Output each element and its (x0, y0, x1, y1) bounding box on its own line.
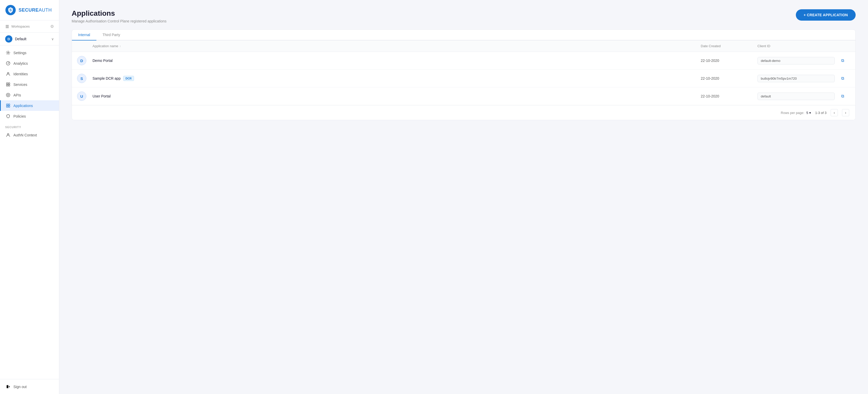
workspaces-section[interactable]: Workspaces ⚙ (0, 20, 59, 33)
svg-rect-12 (8, 85, 10, 86)
table-row[interactable]: S Sample DCR app DCR 22-10-2020 bu8ojv90… (72, 70, 856, 87)
svg-point-13 (6, 93, 10, 97)
rows-per-page-value: 5 (806, 111, 808, 115)
table-row[interactable]: D Demo Portal 22-10-2020 default-demo ⧉ (72, 52, 856, 70)
copy-icon-sample[interactable]: ⧉ (841, 76, 844, 81)
tab-third-party[interactable]: Third Party (96, 30, 126, 40)
rows-per-page-label: Rows per page: (781, 111, 804, 115)
th-copy (835, 44, 850, 48)
sidebar-item-analytics-label: Analytics (13, 61, 28, 65)
applications-table-container: Internal Third Party Application name ↑ … (72, 29, 856, 120)
sidebar-item-identities[interactable]: Identities (0, 69, 59, 79)
svg-point-14 (7, 94, 9, 96)
rows-per-page-select[interactable]: 5 ▾ (806, 111, 811, 115)
app-name-demo: Demo Portal (93, 59, 113, 63)
sidebar-item-settings-label: Settings (13, 51, 27, 55)
apis-icon (6, 93, 10, 97)
th-app-name: Application name ↑ (93, 44, 701, 48)
sidebar-item-authn-context-label: AuthN Context (13, 133, 37, 137)
main-content: Applications Manage Authorisation Contro… (59, 0, 868, 394)
copy-icon-demo[interactable]: ⧉ (841, 58, 844, 63)
secureauth-logo-icon: S (5, 5, 16, 16)
client-id-box-sample: bu8ojv90tr7m5pv1m720 (757, 75, 835, 82)
date-created-demo: 22-10-2020 (701, 59, 757, 63)
settings-icon (6, 51, 10, 55)
copy-btn-sample[interactable]: ⧉ (835, 76, 850, 81)
client-id-cell-sample: bu8ojv90tr7m5pv1m720 (757, 75, 835, 82)
svg-text:S: S (9, 8, 11, 12)
client-id-cell-user: default (757, 93, 835, 100)
sidebar-bottom: Sign out (0, 379, 59, 394)
app-name-cell-user: User Portal (93, 94, 701, 98)
page-header: Applications Manage Authorisation Contro… (72, 9, 856, 23)
th-avatar (77, 44, 93, 48)
page-title: Applications (72, 9, 166, 18)
sidebar-item-applications[interactable]: Applications (0, 100, 59, 111)
page-header-left: Applications Manage Authorisation Contro… (72, 9, 166, 23)
sidebar-item-policies[interactable]: Policies (0, 111, 59, 121)
tabs: Internal Third Party (72, 30, 856, 40)
logo-text: SECUREAUTH (19, 7, 52, 13)
app-name-user: User Portal (93, 94, 111, 98)
svg-rect-17 (6, 106, 8, 108)
create-application-button[interactable]: + CREATE APPLICATION (796, 9, 856, 21)
th-date-created: Date Created (701, 44, 757, 48)
svg-point-5 (7, 52, 9, 53)
table-header: Application name ↑ Date Created Client I… (72, 40, 856, 52)
svg-point-19 (7, 133, 9, 135)
svg-point-7 (8, 63, 8, 64)
svg-point-8 (7, 72, 9, 74)
svg-rect-4 (6, 27, 9, 28)
svg-rect-3 (6, 26, 9, 27)
svg-rect-10 (8, 83, 10, 84)
workspace-avatar: D (5, 35, 12, 42)
analytics-icon (6, 61, 10, 65)
copy-btn-user[interactable]: ⧉ (835, 94, 850, 98)
prev-page-button[interactable]: ‹ (831, 109, 838, 116)
svg-rect-16 (8, 104, 10, 105)
next-page-button[interactable]: › (842, 109, 849, 116)
applications-icon (6, 103, 10, 108)
client-id-box-user: default (757, 93, 835, 100)
tab-internal[interactable]: Internal (72, 30, 96, 40)
security-section-label: Security (0, 121, 59, 130)
services-icon (6, 82, 10, 87)
copy-icon-user[interactable]: ⧉ (841, 94, 844, 98)
sidebar-item-identities-label: Identities (13, 72, 28, 76)
svg-rect-11 (6, 85, 8, 86)
nav-section: Settings Analytics Identities (0, 46, 59, 379)
sort-icon[interactable]: ↑ (120, 44, 121, 48)
sidebar-item-apis[interactable]: APIs (0, 90, 59, 100)
sidebar-item-services[interactable]: Services (0, 79, 59, 90)
sidebar-item-analytics[interactable]: Analytics (0, 58, 59, 69)
workspace-selector[interactable]: D Default ∨ (0, 33, 59, 46)
sidebar: S SECUREAUTH Workspaces ⚙ D Default ∨ (0, 0, 59, 394)
date-created-sample: 22-10-2020 (701, 76, 757, 81)
workspace-name: Default (15, 37, 26, 41)
sidebar-item-settings[interactable]: Settings (0, 48, 59, 58)
workspaces-label-area: Workspaces (5, 25, 30, 29)
client-id-cell-demo: default-demo (757, 57, 835, 64)
chevron-down-icon: ∨ (51, 37, 54, 41)
client-id-box-demo: default-demo (757, 57, 835, 64)
app-name-cell-demo: Demo Portal (93, 59, 701, 63)
gear-icon[interactable]: ⚙ (50, 24, 54, 29)
sidebar-item-policies-label: Policies (13, 114, 26, 118)
sidebar-item-applications-label: Applications (13, 104, 33, 108)
dcr-badge: DCR (123, 76, 134, 81)
policies-icon (6, 114, 10, 118)
signout-button[interactable]: Sign out (0, 382, 59, 392)
date-created-user: 22-10-2020 (701, 94, 757, 98)
layers-icon (5, 25, 9, 29)
app-avatar-user: U (77, 92, 86, 101)
rows-per-page-chevron: ▾ (809, 111, 811, 115)
app-name-sample: Sample DCR app (93, 76, 121, 81)
page-info: 1-3 of 3 (815, 111, 827, 115)
page-subtitle: Manage Authorisation Control Plane regis… (72, 19, 166, 23)
copy-btn-demo[interactable]: ⧉ (835, 58, 850, 63)
app-name-cell-sample: Sample DCR app DCR (93, 76, 701, 81)
table-row[interactable]: U User Portal 22-10-2020 default ⧉ (72, 87, 856, 105)
sidebar-item-authn-context[interactable]: AuthN Context (0, 130, 59, 140)
signout-label: Sign out (13, 385, 27, 389)
svg-rect-2 (6, 25, 9, 26)
